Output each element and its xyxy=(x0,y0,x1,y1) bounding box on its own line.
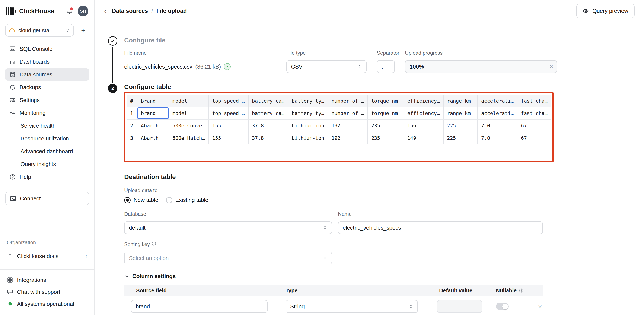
remove-column-icon[interactable]: × xyxy=(538,303,542,310)
preview-cell[interactable]: Abarth xyxy=(137,132,169,144)
preview-cell[interactable]: range_km xyxy=(444,107,478,120)
breadcrumb-parent[interactable]: Data sources xyxy=(112,8,148,14)
preview-cell[interactable]: 67 xyxy=(517,132,551,144)
preview-row: 2Abarth500e Conve…15537.8Lithium-ion1922… xyxy=(127,120,551,132)
preview-cell[interactable]: battery_ca… xyxy=(248,107,288,120)
preview-cell[interactable]: Lithium-ion xyxy=(288,120,328,132)
preview-cell[interactable]: 7.0 xyxy=(478,132,517,144)
status-dot-icon xyxy=(7,301,13,307)
sidebar-item-label: Service health xyxy=(20,122,56,129)
preview-cell[interactable]: 192 xyxy=(328,120,368,132)
bell-icon[interactable] xyxy=(65,6,74,16)
radio-new-table[interactable]: New table xyxy=(124,197,158,204)
column-settings-toggle[interactable]: Column settings xyxy=(124,273,543,280)
preview-col-header: efficiency… xyxy=(404,95,444,107)
table-name-label: Name xyxy=(338,211,543,217)
preview-cell[interactable]: 7.0 xyxy=(478,120,517,132)
add-service-button[interactable]: + xyxy=(77,24,89,36)
service-selector[interactable]: cloud-get-sta... xyxy=(5,24,74,37)
file-type-select[interactable]: CSV xyxy=(286,60,366,73)
footer-item-chat-with-support[interactable]: Chat with support xyxy=(7,286,88,298)
radio-unselected-icon xyxy=(166,197,172,204)
preview-cell: 3 xyxy=(127,132,137,144)
chevron-down-icon xyxy=(124,274,129,279)
destination-table-section: Destination table Upload data to New tab… xyxy=(124,173,543,315)
sidebar-item-advanced-dashboard[interactable]: Advanced dashboard xyxy=(5,145,89,158)
nullable-toggle[interactable] xyxy=(496,303,509,310)
preview-cell[interactable]: 37.8 xyxy=(248,132,288,144)
preview-cell[interactable]: torque_nm xyxy=(368,107,404,120)
preview-cell[interactable]: 500e Hatch… xyxy=(169,132,208,144)
connect-label: Connect xyxy=(20,195,41,202)
sidebar-item-dashboards[interactable]: Dashboards xyxy=(5,56,89,68)
default-value-input[interactable] xyxy=(437,300,482,313)
connect-button[interactable]: Connect xyxy=(5,192,89,205)
database-select[interactable]: default xyxy=(124,221,332,234)
preview-cell[interactable]: 192 xyxy=(328,132,368,144)
query-preview-button[interactable]: Query preview xyxy=(576,4,634,18)
sidebar-item-query-insights[interactable]: Query insights xyxy=(5,158,89,170)
preview-cell[interactable]: 156 xyxy=(404,120,444,132)
preview-cell[interactable]: Abarth xyxy=(137,120,169,132)
type-select[interactable]: String xyxy=(286,300,418,313)
preview-cell[interactable]: 225 xyxy=(444,120,478,132)
table-name-input[interactable] xyxy=(338,221,543,234)
preview-cell[interactable]: 235 xyxy=(368,120,404,132)
radio-existing-table[interactable]: Existing table xyxy=(166,197,208,204)
sidebar-item-service-health[interactable]: Service health xyxy=(5,120,89,132)
sidebar-item-monitoring[interactable]: Monitoring xyxy=(5,107,89,119)
clear-upload-icon[interactable]: × xyxy=(550,64,553,70)
preview-cell: 1 xyxy=(127,107,137,120)
preview-cell[interactable]: 37.8 xyxy=(248,120,288,132)
preview-cell[interactable]: Lithium-ion xyxy=(288,132,328,144)
app: ClickHouse SH cloud-get-sta... + SQL Con… xyxy=(0,0,644,315)
preview-cell[interactable]: 67 xyxy=(517,120,551,132)
file-size-value: (86.21 kB) xyxy=(195,64,221,70)
preview-cell[interactable]: efficiency… xyxy=(404,107,444,120)
avatar[interactable]: SH xyxy=(78,6,88,16)
sidebar-item-sql-console[interactable]: SQL Console xyxy=(5,43,89,55)
preview-col-header: number_of_… xyxy=(328,95,368,107)
preview-cell: 2 xyxy=(127,120,137,132)
preview-col-header: # xyxy=(127,95,137,107)
database-value: default xyxy=(129,224,146,231)
step-connector-line xyxy=(112,46,113,83)
sidebar-item-settings[interactable]: Settings xyxy=(5,94,89,106)
preview-cell[interactable]: battery_ty… xyxy=(288,107,328,120)
docs-link[interactable]: ClickHouse docs › xyxy=(7,250,88,262)
footer-item-system-status[interactable]: All systems operational xyxy=(7,298,88,310)
footer-item-integrations[interactable]: Integrations xyxy=(7,274,88,286)
sidebar-item-label: Resource utilization xyxy=(20,135,69,142)
column-settings-header: Source field Type Default value Nullable xyxy=(124,285,543,296)
preview-cell[interactable]: 235 xyxy=(368,132,404,144)
preview-cell[interactable]: 500e Conve… xyxy=(169,120,208,132)
docs-icon xyxy=(7,253,13,259)
preview-cell[interactable]: 149 xyxy=(404,132,444,144)
preview-header-row: #brandmodeltop_speed_…battery_ca…battery… xyxy=(127,95,551,107)
separator-input[interactable] xyxy=(377,60,395,73)
sidebar-item-help[interactable]: Help xyxy=(5,171,89,183)
preview-cell[interactable]: top_speed_… xyxy=(208,107,248,120)
caret-updown-icon xyxy=(408,304,413,309)
sorting-key-select[interactable]: Select an option xyxy=(124,252,332,264)
preview-cell[interactable]: brand xyxy=(137,107,169,120)
caret-updown-icon xyxy=(323,225,327,230)
footer-item-label: Integrations xyxy=(17,277,46,284)
database-label: Database xyxy=(124,211,332,217)
preview-cell[interactable]: number_of_… xyxy=(328,107,368,120)
separator-label: Separator xyxy=(377,50,395,56)
upload-progress-input[interactable] xyxy=(405,60,557,73)
preview-cell[interactable]: 155 xyxy=(208,120,248,132)
source-field-input[interactable] xyxy=(131,300,268,313)
preview-cell[interactable]: 155 xyxy=(208,132,248,144)
caret-updown-icon xyxy=(323,256,327,260)
preview-cell[interactable]: fast_cha… xyxy=(517,107,551,120)
sidebar-item-resource-utilization[interactable]: Resource utilization xyxy=(5,132,89,145)
preview-cell[interactable]: accelerati… xyxy=(478,107,517,120)
preview-cell[interactable]: model xyxy=(169,107,208,120)
cloud-icon xyxy=(9,27,15,34)
preview-cell[interactable]: 225 xyxy=(444,132,478,144)
back-button[interactable]: ‹ xyxy=(104,7,107,15)
sidebar-item-data-sources[interactable]: Data sources xyxy=(5,68,89,81)
sidebar-item-backups[interactable]: Backups xyxy=(5,81,89,94)
